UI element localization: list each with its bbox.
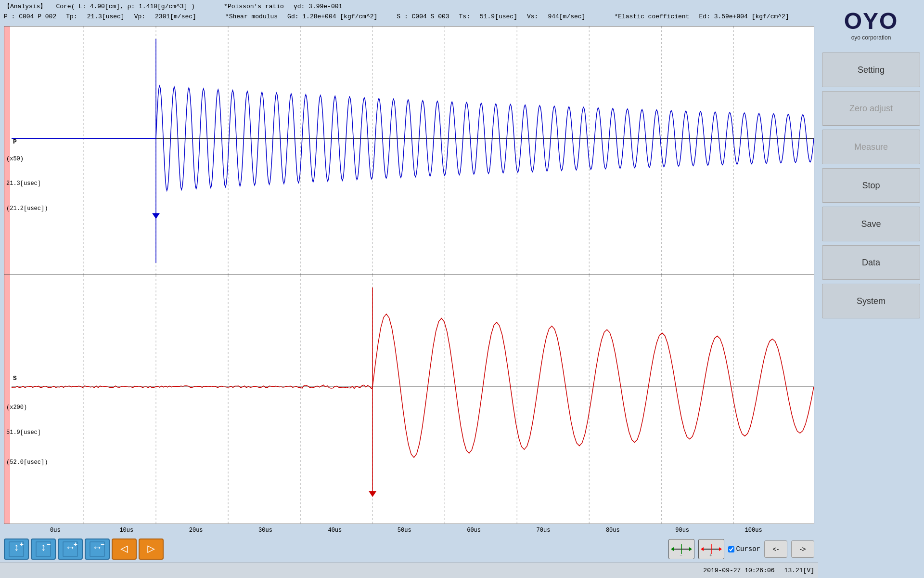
svg-marker-41 [671, 547, 674, 551]
x-tick-8: 80us [606, 527, 620, 534]
p-chart-svg [12, 26, 814, 276]
svg-marker-47 [719, 547, 722, 551]
s-channel: S : C004_S_003 [397, 12, 449, 22]
poissons-label: *Poisson's ratio [224, 2, 284, 12]
cursor-label: Cursor [736, 545, 760, 553]
x-tick-4: 40us [328, 527, 342, 534]
cursor-right-button[interactable]: -> [791, 540, 814, 558]
zoom-out-y-icon: ↕ − [35, 541, 51, 557]
svg-text:+: + [20, 541, 24, 549]
s-chart-svg [12, 275, 814, 524]
toolbar: ↕ + ↕ − ↔ + [0, 536, 818, 563]
cursor-minus-button[interactable]: − [668, 539, 694, 559]
p-channel: P : C004_P_002 [4, 12, 56, 22]
data-button[interactable]: Data [822, 245, 920, 280]
p-pink-bar [4, 26, 10, 275]
x-tick-9: 90us [675, 527, 689, 534]
zoom-in-x-icon: ↔ + [62, 541, 78, 557]
svg-marker-46 [701, 547, 704, 551]
svg-text:−: − [47, 541, 51, 549]
datetime-display: 2019-09-27 10:26:06 [703, 567, 774, 574]
zoom-in-button[interactable]: ↕ + [4, 539, 29, 560]
ts-label: Ts: [459, 12, 470, 22]
cursor-left-button[interactable]: <- [764, 540, 787, 558]
x-tick-6: 60us [467, 527, 481, 534]
vs-value: 944[m/sec] [548, 12, 585, 22]
x-tick-3: 30us [258, 527, 272, 534]
cursor-controls: − + Cursor [668, 539, 814, 559]
x-tick-0: 0us [50, 527, 61, 534]
chart-area: P (x50) 21.3[usec] (21.2[usec]) S (x200)… [4, 26, 814, 524]
cursor-plus-icon: + [700, 540, 723, 558]
save-button[interactable]: Save [822, 207, 920, 241]
ts-value: 51.9[usec] [480, 12, 517, 22]
shear-label: *Shear modulus [225, 12, 278, 22]
x-tick-5: 50us [398, 527, 411, 534]
voltage-display: 13.21[V] [784, 567, 814, 574]
x-axis-svg: 0us 10us 20us 30us 40us 50us 60us 70us 8… [42, 524, 814, 536]
svg-text:−: − [101, 541, 104, 549]
svg-text:−: − [680, 553, 682, 558]
shear-value: Gd: 1.28e+004 [kgf/cm^2] [287, 12, 377, 22]
x-tick-7: 70us [537, 527, 551, 534]
x-axis: 0us 10us 20us 30us 40us 50us 60us 70us 8… [4, 524, 814, 536]
oyo-logo-sub: oyo corporation [822, 34, 920, 41]
svg-text:◁: ◁ [120, 542, 128, 556]
system-button[interactable]: System [822, 284, 920, 318]
svg-marker-25 [369, 491, 376, 497]
zoom-out-x-button[interactable]: ↔ − [85, 539, 110, 560]
cursor-minus-icon: − [670, 540, 693, 558]
svg-text:▷: ▷ [147, 542, 155, 556]
x-tick-2: 20us [189, 527, 203, 534]
scroll-left-button[interactable]: ◁ [112, 539, 137, 560]
x-tick-1: 10us [119, 527, 133, 534]
scroll-right-button[interactable]: ▷ [139, 539, 164, 560]
zoom-in-x-button[interactable]: ↔ + [58, 539, 83, 560]
tp-label: Tp: [66, 12, 77, 22]
elastic-value: Ed: 3.59e+004 [kgf/cm^2] [699, 12, 789, 22]
x-tick-10: 100us [745, 527, 762, 534]
cursor-plus-button[interactable]: + [698, 539, 724, 559]
analysis-title: 【Analysis】 [4, 2, 46, 12]
right-panel: OYO oyo corporation Setting Zero adjust … [818, 0, 924, 578]
elastic-label: *Elastic coefficient [614, 12, 689, 22]
status-bar: 2019-09-27 10:26:06 13.21[V] [0, 563, 818, 578]
p-chart: P (x50) 21.3[usec] (21.2[usec]) [4, 26, 814, 276]
vs-label: Vs: [527, 12, 538, 22]
core-info: Core( L: 4.90[cm], ρ: 1.410[g/cm^3] ) [56, 2, 195, 12]
oyo-logo: OYO oyo corporation [822, 4, 920, 49]
poissons-value: γd: 3.99e-001 [294, 2, 342, 12]
svg-marker-12 [152, 213, 160, 219]
zoom-out-button[interactable]: ↕ − [31, 539, 56, 560]
svg-text:+: + [709, 553, 712, 558]
cursor-checkbox[interactable] [728, 546, 734, 552]
zero-adjust-button[interactable]: Zero adjust [822, 91, 920, 126]
header-bar: 【Analysis】 Core( L: 4.90[cm], ρ: 1.410[g… [0, 0, 818, 24]
vp-label: Vp: [134, 12, 145, 22]
zoom-out-x-icon: ↔ − [89, 541, 105, 557]
svg-marker-42 [689, 547, 692, 551]
svg-text:↕: ↕ [13, 542, 19, 554]
svg-text:+: + [74, 541, 77, 549]
svg-text:↔: ↔ [94, 542, 101, 554]
zoom-in-y-icon: ↕ + [8, 541, 25, 557]
setting-button[interactable]: Setting [822, 53, 920, 87]
svg-text:↔: ↔ [67, 542, 74, 554]
stop-button[interactable]: Stop [822, 168, 920, 203]
svg-text:↕: ↕ [40, 542, 46, 554]
oyo-logo-text: OYO [822, 8, 920, 34]
s-pink-bar [4, 275, 10, 524]
vp-value: 2301[m/sec] [155, 12, 196, 22]
tp-value: 21.3[usec] [87, 12, 125, 22]
measure-button[interactable]: Measure [822, 130, 920, 164]
scroll-left-icon: ◁ [116, 541, 132, 557]
cursor-checkbox-group[interactable]: Cursor [728, 545, 760, 553]
scroll-right-icon: ▷ [143, 541, 159, 557]
s-chart: S (x200) 51.9[usec] (52.0[usec]) [4, 275, 814, 524]
